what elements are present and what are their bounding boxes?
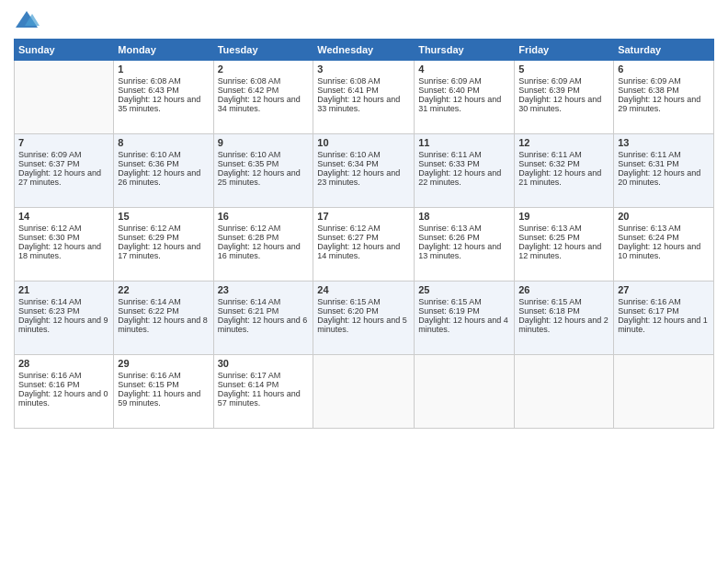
day-info: Sunrise: 6:14 AMSunset: 6:21 PMDaylight:… (218, 297, 308, 334)
calendar-cell: 27Sunrise: 6:16 AMSunset: 6:17 PMDayligh… (614, 282, 714, 355)
calendar-cell: 8Sunrise: 6:10 AMSunset: 6:36 PMDaylight… (114, 134, 213, 208)
day-number: 19 (518, 211, 609, 222)
calendar-cell: 6Sunrise: 6:09 AMSunset: 6:38 PMDaylight… (614, 61, 714, 134)
calendar-cell: 24Sunrise: 6:15 AMSunset: 6:20 PMDayligh… (313, 282, 415, 355)
calendar-cell: 18Sunrise: 6:13 AMSunset: 6:26 PMDayligh… (415, 208, 515, 282)
day-info: Sunrise: 6:09 AMSunset: 6:38 PMDaylight:… (618, 76, 700, 113)
calendar-cell: 2Sunrise: 6:08 AMSunset: 6:42 PMDaylight… (213, 61, 313, 134)
calendar-cell: 17Sunrise: 6:12 AMSunset: 6:27 PMDayligh… (313, 208, 415, 282)
calendar-cell: 23Sunrise: 6:14 AMSunset: 6:21 PMDayligh… (213, 282, 313, 355)
header (14, 9, 714, 31)
calendar-cell: 9Sunrise: 6:10 AMSunset: 6:35 PMDaylight… (213, 134, 313, 208)
day-info: Sunrise: 6:12 AMSunset: 6:28 PMDaylight:… (218, 224, 301, 260)
day-number: 20 (618, 211, 710, 222)
day-number: 14 (18, 211, 109, 222)
day-header-tuesday: Tuesday (213, 40, 313, 61)
day-info: Sunrise: 6:10 AMSunset: 6:34 PMDaylight:… (317, 150, 400, 187)
page: SundayMondayTuesdayWednesdayThursdayFrid… (0, 0, 728, 563)
day-info: Sunrise: 6:16 AMSunset: 6:17 PMDaylight:… (618, 297, 708, 334)
day-number: 4 (418, 63, 510, 75)
day-info: Sunrise: 6:10 AMSunset: 6:36 PMDaylight:… (118, 150, 200, 187)
calendar-cell: 26Sunrise: 6:15 AMSunset: 6:18 PMDayligh… (515, 282, 614, 355)
calendar-body: 1Sunrise: 6:08 AMSunset: 6:43 PMDaylight… (15, 61, 714, 429)
calendar-cell: 29Sunrise: 6:16 AMSunset: 6:15 PMDayligh… (114, 355, 213, 429)
day-header-monday: Monday (114, 40, 213, 61)
day-info: Sunrise: 6:12 AMSunset: 6:30 PMDaylight:… (18, 224, 101, 260)
day-number: 25 (418, 284, 510, 295)
calendar-cell (15, 61, 114, 134)
calendar-week-row: 28Sunrise: 6:16 AMSunset: 6:16 PMDayligh… (15, 355, 714, 429)
calendar-cell (313, 355, 415, 429)
day-number: 8 (118, 137, 209, 148)
calendar-week-row: 21Sunrise: 6:14 AMSunset: 6:23 PMDayligh… (15, 282, 714, 355)
calendar-cell: 7Sunrise: 6:09 AMSunset: 6:37 PMDaylight… (15, 134, 114, 208)
day-number: 9 (218, 137, 310, 148)
calendar-cell: 25Sunrise: 6:15 AMSunset: 6:19 PMDayligh… (415, 282, 515, 355)
calendar-header-row: SundayMondayTuesdayWednesdayThursdayFrid… (15, 40, 714, 61)
day-info: Sunrise: 6:15 AMSunset: 6:19 PMDaylight:… (418, 297, 508, 334)
calendar-cell: 15Sunrise: 6:12 AMSunset: 6:29 PMDayligh… (114, 208, 213, 282)
day-number: 18 (418, 211, 510, 222)
day-header-sunday: Sunday (15, 40, 114, 61)
day-info: Sunrise: 6:10 AMSunset: 6:35 PMDaylight:… (218, 150, 301, 187)
day-info: Sunrise: 6:14 AMSunset: 6:22 PMDaylight:… (118, 297, 208, 334)
calendar-week-row: 7Sunrise: 6:09 AMSunset: 6:37 PMDaylight… (15, 134, 714, 208)
day-info: Sunrise: 6:15 AMSunset: 6:20 PMDaylight:… (317, 297, 407, 334)
calendar-cell: 5Sunrise: 6:09 AMSunset: 6:39 PMDaylight… (515, 61, 614, 134)
calendar-cell: 3Sunrise: 6:08 AMSunset: 6:41 PMDaylight… (313, 61, 415, 134)
calendar-cell: 22Sunrise: 6:14 AMSunset: 6:22 PMDayligh… (114, 282, 213, 355)
day-info: Sunrise: 6:17 AMSunset: 6:14 PMDaylight:… (218, 371, 301, 408)
day-number: 16 (218, 211, 310, 222)
day-number: 11 (418, 137, 510, 148)
calendar-cell: 28Sunrise: 6:16 AMSunset: 6:16 PMDayligh… (15, 355, 114, 429)
day-header-saturday: Saturday (614, 40, 714, 61)
day-info: Sunrise: 6:16 AMSunset: 6:16 PMDaylight:… (18, 371, 108, 408)
day-number: 27 (618, 284, 710, 295)
day-info: Sunrise: 6:16 AMSunset: 6:15 PMDaylight:… (118, 371, 200, 408)
day-number: 1 (118, 63, 209, 75)
calendar-cell: 14Sunrise: 6:12 AMSunset: 6:30 PMDayligh… (15, 208, 114, 282)
day-info: Sunrise: 6:09 AMSunset: 6:37 PMDaylight:… (18, 150, 101, 187)
calendar-cell: 10Sunrise: 6:10 AMSunset: 6:34 PMDayligh… (313, 134, 415, 208)
calendar-cell: 21Sunrise: 6:14 AMSunset: 6:23 PMDayligh… (15, 282, 114, 355)
calendar-cell: 20Sunrise: 6:13 AMSunset: 6:24 PMDayligh… (614, 208, 714, 282)
day-info: Sunrise: 6:13 AMSunset: 6:24 PMDaylight:… (618, 224, 700, 260)
logo-icon (14, 9, 40, 31)
day-number: 7 (18, 137, 109, 148)
day-number: 2 (218, 63, 310, 75)
calendar-cell (614, 355, 714, 429)
day-number: 3 (317, 63, 410, 75)
calendar-cell: 13Sunrise: 6:11 AMSunset: 6:31 PMDayligh… (614, 134, 714, 208)
day-info: Sunrise: 6:11 AMSunset: 6:32 PMDaylight:… (518, 150, 601, 187)
logo (14, 9, 43, 31)
day-info: Sunrise: 6:11 AMSunset: 6:33 PMDaylight:… (418, 150, 501, 187)
calendar-cell (515, 355, 614, 429)
day-info: Sunrise: 6:08 AMSunset: 6:43 PMDaylight:… (118, 76, 200, 113)
day-number: 24 (317, 284, 410, 295)
day-info: Sunrise: 6:08 AMSunset: 6:42 PMDaylight:… (218, 76, 301, 113)
calendar-cell: 19Sunrise: 6:13 AMSunset: 6:25 PMDayligh… (515, 208, 614, 282)
day-info: Sunrise: 6:09 AMSunset: 6:40 PMDaylight:… (418, 76, 501, 113)
calendar-week-row: 14Sunrise: 6:12 AMSunset: 6:30 PMDayligh… (15, 208, 714, 282)
day-number: 22 (118, 284, 209, 295)
calendar-cell: 16Sunrise: 6:12 AMSunset: 6:28 PMDayligh… (213, 208, 313, 282)
calendar-week-row: 1Sunrise: 6:08 AMSunset: 6:43 PMDaylight… (15, 61, 714, 134)
day-number: 21 (18, 284, 109, 295)
day-number: 29 (118, 358, 209, 369)
day-header-wednesday: Wednesday (313, 40, 415, 61)
day-number: 26 (518, 284, 609, 295)
day-number: 17 (317, 211, 410, 222)
calendar-table: SundayMondayTuesdayWednesdayThursdayFrid… (14, 39, 714, 429)
day-info: Sunrise: 6:12 AMSunset: 6:27 PMDaylight:… (317, 224, 400, 260)
day-info: Sunrise: 6:14 AMSunset: 6:23 PMDaylight:… (18, 297, 108, 334)
day-number: 5 (518, 63, 609, 75)
day-number: 10 (317, 137, 410, 148)
day-header-thursday: Thursday (415, 40, 515, 61)
day-number: 6 (618, 63, 710, 75)
day-number: 13 (618, 137, 710, 148)
calendar-cell: 11Sunrise: 6:11 AMSunset: 6:33 PMDayligh… (415, 134, 515, 208)
calendar-cell: 4Sunrise: 6:09 AMSunset: 6:40 PMDaylight… (415, 61, 515, 134)
day-info: Sunrise: 6:12 AMSunset: 6:29 PMDaylight:… (118, 224, 200, 260)
calendar-cell (415, 355, 515, 429)
day-info: Sunrise: 6:11 AMSunset: 6:31 PMDaylight:… (618, 150, 700, 187)
